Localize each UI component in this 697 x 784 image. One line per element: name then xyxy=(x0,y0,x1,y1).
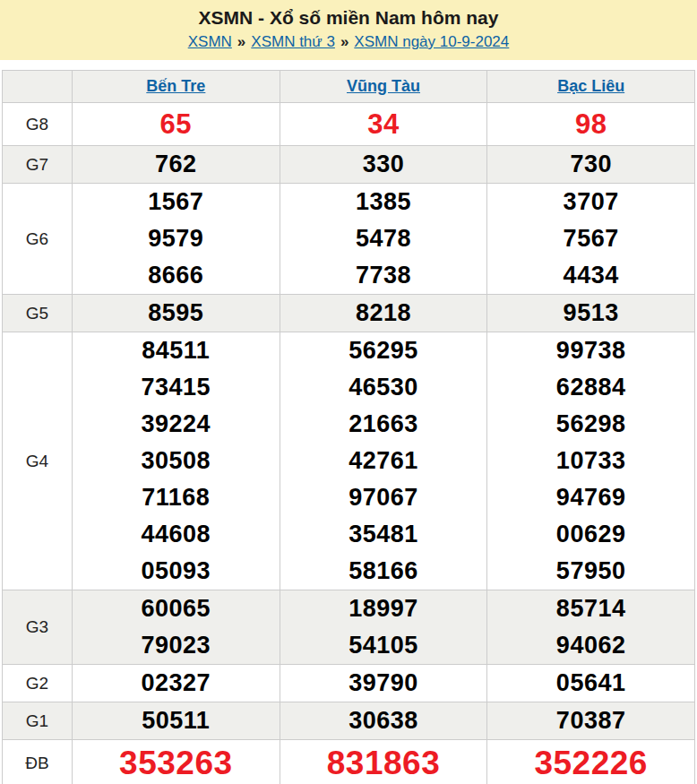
prize-label: G3 xyxy=(3,590,73,665)
prize-number: 8595 xyxy=(73,295,280,332)
prize-number: 58166 xyxy=(280,553,487,590)
prize-number: 39224 xyxy=(73,406,280,443)
prize-number: 79023 xyxy=(73,627,280,664)
prize-number: 98 xyxy=(487,103,694,145)
prize-number: 50511 xyxy=(73,702,280,739)
prize-row-g2: G2023273979005641 xyxy=(3,665,695,702)
lottery-results-table: Bến Tre Vũng Tàu Bạc Liêu G8653498G77623… xyxy=(2,70,695,784)
prize-numbers-cell: 8595 xyxy=(73,295,280,332)
prize-number: 4434 xyxy=(487,257,694,294)
prize-number: 1567 xyxy=(73,184,280,220)
prize-number: 94769 xyxy=(487,479,694,516)
prize-numbers-cell: 98 xyxy=(487,103,695,146)
prize-label: ĐB xyxy=(3,740,73,784)
prize-label: G5 xyxy=(3,295,73,332)
prize-number: 353263 xyxy=(73,740,280,784)
prize-number: 39790 xyxy=(280,665,487,702)
prize-number: 84511 xyxy=(73,332,280,369)
prize-numbers-cell: 50511 xyxy=(73,702,280,740)
breadcrumb-link-xsmn-ngay[interactable]: XSMN ngày 10-9-2024 xyxy=(354,33,509,50)
prize-number: 1385 xyxy=(280,184,487,220)
prize-numbers-cell: 831863 xyxy=(280,740,487,784)
prize-numbers-cell: 353263 xyxy=(73,740,280,784)
province-link-bac-lieu[interactable]: Bạc Liêu xyxy=(557,77,624,95)
prize-number: 85714 xyxy=(487,590,694,627)
prize-label: G8 xyxy=(3,103,73,146)
prize-label: G1 xyxy=(3,702,73,740)
prize-number: 57950 xyxy=(487,553,694,590)
prize-number: 831863 xyxy=(280,740,487,784)
prize-numbers-cell: 156795798666 xyxy=(73,184,280,295)
column-header-row: Bến Tre Vũng Tàu Bạc Liêu xyxy=(3,71,695,103)
prize-row-g5: G5859582189513 xyxy=(3,295,695,332)
prize-number: 9513 xyxy=(487,295,694,332)
prize-number: 56295 xyxy=(280,332,487,369)
prize-numbers-cell: 65 xyxy=(73,103,280,146)
prize-number: 7738 xyxy=(280,257,487,294)
prize-number: 21663 xyxy=(280,406,487,443)
page-title: XSMN - Xổ số miền Nam hôm nay xyxy=(0,7,697,29)
breadcrumb-link-xsmn-thu-3[interactable]: XSMN thứ 3 xyxy=(251,33,335,50)
prize-number: 71168 xyxy=(73,479,280,516)
prize-number: 8666 xyxy=(73,257,280,294)
breadcrumb: XSMN»XSMN thứ 3»XSMN ngày 10-9-2024 xyxy=(0,33,697,51)
corner-cell xyxy=(3,71,73,103)
prize-numbers-cell: 05641 xyxy=(487,665,695,702)
prize-numbers-cell: 330 xyxy=(280,146,487,184)
prize-numbers-cell: 370775674434 xyxy=(487,184,695,295)
prize-number: 330 xyxy=(280,146,487,183)
prize-numbers-cell: 30638 xyxy=(280,702,487,740)
prize-number: 30508 xyxy=(73,443,280,479)
prize-number: 00629 xyxy=(487,516,694,553)
prize-number: 5478 xyxy=(280,220,487,257)
breadcrumb-link-xsmn[interactable]: XSMN xyxy=(188,33,232,50)
prize-numbers-cell: 56295465302166342761970673548158166 xyxy=(280,332,487,590)
prize-number: 46530 xyxy=(280,369,487,406)
prize-numbers-cell: 6006579023 xyxy=(73,590,280,665)
prize-number: 42761 xyxy=(280,443,487,479)
prize-numbers-cell: 70387 xyxy=(487,702,695,740)
prize-label: G4 xyxy=(3,332,73,590)
prize-number: 02327 xyxy=(73,665,280,702)
prize-row-đb: ĐB353263831863352226 xyxy=(3,740,695,784)
column-header-bac-lieu: Bạc Liêu xyxy=(487,71,695,103)
page-header: XSMN - Xổ số miền Nam hôm nay XSMN»XSMN … xyxy=(0,0,697,60)
prize-numbers-cell: 352226 xyxy=(487,740,695,784)
prize-number: 56298 xyxy=(487,406,694,443)
prize-numbers-cell: 1899754105 xyxy=(280,590,487,665)
prize-numbers-cell: 99738628845629810733947690062957950 xyxy=(487,332,695,590)
column-header-ben-tre: Bến Tre xyxy=(73,71,280,103)
prize-number: 97067 xyxy=(280,479,487,516)
prize-number: 34 xyxy=(280,103,487,145)
prize-number: 762 xyxy=(73,146,280,183)
prize-row-g7: G7762330730 xyxy=(3,146,695,184)
breadcrumb-separator: » xyxy=(237,33,245,50)
prize-number: 62884 xyxy=(487,369,694,406)
prize-number: 94062 xyxy=(487,627,694,664)
prize-row-g1: G1505113063870387 xyxy=(3,702,695,740)
prize-row-g8: G8653498 xyxy=(3,103,695,146)
prize-number: 44608 xyxy=(73,516,280,553)
column-header-vung-tau: Vũng Tàu xyxy=(280,71,487,103)
prize-label: G7 xyxy=(3,146,73,184)
prize-number: 54105 xyxy=(280,627,487,664)
breadcrumb-separator: » xyxy=(340,33,348,50)
prize-number: 70387 xyxy=(487,702,694,739)
prize-number: 99738 xyxy=(487,332,694,369)
prize-number: 05093 xyxy=(73,553,280,590)
prize-numbers-cell: 34 xyxy=(280,103,487,146)
prize-numbers-cell: 84511734153922430508711684460805093 xyxy=(73,332,280,590)
province-link-vung-tau[interactable]: Vũng Tàu xyxy=(347,77,420,95)
prize-number: 05641 xyxy=(487,665,694,702)
prize-number: 352226 xyxy=(487,740,694,784)
prize-numbers-cell: 138554787738 xyxy=(280,184,487,295)
prize-number: 8218 xyxy=(280,295,487,332)
prize-numbers-cell: 8218 xyxy=(280,295,487,332)
prize-numbers-cell: 02327 xyxy=(73,665,280,702)
prize-numbers-cell: 730 xyxy=(487,146,695,184)
prize-number: 60065 xyxy=(73,590,280,627)
prize-label: G2 xyxy=(3,665,73,702)
province-link-ben-tre[interactable]: Bến Tre xyxy=(146,77,205,95)
prize-number: 7567 xyxy=(487,220,694,257)
prize-row-g4: G484511734153922430508711684460805093562… xyxy=(3,332,695,590)
